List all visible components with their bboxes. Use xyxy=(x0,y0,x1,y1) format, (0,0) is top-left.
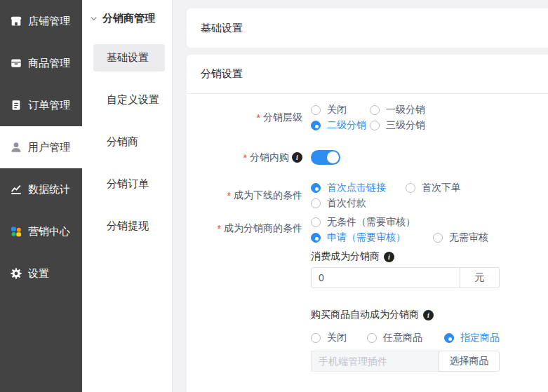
radio-option-first-click-selected[interactable]: 首次点击链接 xyxy=(311,182,406,194)
distributor-condition-content: 无条件（需要审核） 申请（需要审核） 无需审核 xyxy=(311,215,500,372)
radio-icon-selected xyxy=(311,121,321,130)
radio-label: 首次点击链接 xyxy=(327,182,386,194)
order-icon xyxy=(10,99,22,111)
sidebar-item-settings[interactable]: 设置 xyxy=(0,252,82,295)
sidebar-item-users[interactable]: 用户管理 xyxy=(0,126,82,168)
sidebar-item-goods[interactable]: 商品管理 xyxy=(0,42,82,84)
radio-option-unconditional[interactable]: 无条件（需要审核） xyxy=(311,216,415,229)
distribution-submenu: 分销商管理 基础设置 自定义设置 分销商 分销订单 分销提现 xyxy=(82,0,173,392)
submenu-group-distributor-management[interactable]: 分销商管理 xyxy=(82,0,172,36)
radio-option-any-product[interactable]: 任意商品 xyxy=(367,332,444,344)
radio-option-level3[interactable]: 三级分销 xyxy=(370,119,425,132)
required-asterisk: * xyxy=(218,223,221,234)
radio-label: 关闭 xyxy=(327,104,347,116)
stats-icon xyxy=(10,183,22,196)
info-icon[interactable]: i xyxy=(423,310,434,320)
radio-label: 关闭 xyxy=(327,332,347,344)
sidebar-item-label: 设置 xyxy=(28,267,49,281)
section-title: 分销设置 xyxy=(201,67,243,81)
radio-label: 三级分销 xyxy=(386,119,425,132)
radio-option-first-order[interactable]: 首次下单 xyxy=(406,182,461,194)
submenu-item-label: 自定义设置 xyxy=(93,86,165,114)
consume-amount-group: 元 xyxy=(311,267,500,288)
info-icon[interactable]: i xyxy=(384,252,394,262)
currency-unit-label: 元 xyxy=(460,268,499,288)
radio-icon xyxy=(311,333,321,343)
sidebar-item-store[interactable]: 店铺管理 xyxy=(0,0,82,42)
consume-become-distributor-heading: 消费成为分销商 i xyxy=(311,250,500,264)
required-asterisk: * xyxy=(227,190,231,201)
form-row-downline-condition: * 成为下线的条件 首次点击链接 首次下单 xyxy=(187,180,548,211)
sidebar-item-orders[interactable]: 订单管理 xyxy=(0,84,82,126)
radio-label: 首次下单 xyxy=(422,182,461,194)
radio-line: 首次付款 xyxy=(311,196,461,211)
sidebar-item-label: 用户管理 xyxy=(28,141,70,154)
radio-line: 二级分销 三级分销 xyxy=(311,118,425,133)
gear-icon xyxy=(10,267,22,280)
radio-label: 任意商品 xyxy=(383,332,422,344)
radio-option-close[interactable]: 关闭 xyxy=(311,104,370,116)
submenu-item-distributors[interactable]: 分销商 xyxy=(82,121,172,163)
radio-option-no-review[interactable]: 无需审核 xyxy=(433,231,488,244)
radio-icon-selected xyxy=(311,183,321,193)
selected-product-input[interactable] xyxy=(311,351,439,372)
radio-option-apply-selected[interactable]: 申请（需要审核） xyxy=(311,231,433,244)
submenu-item-distribution-orders[interactable]: 分销订单 xyxy=(82,163,172,205)
auto-buy-heading: 购买商品自动成为分销商 i xyxy=(311,308,500,322)
distribution-settings-form: * 分销层级 关闭 一级分销 xyxy=(187,94,548,372)
settings-card: 分销设置 * 分销层级 关闭 一级分销 xyxy=(187,55,548,392)
field-label: * 成为下线的条件 xyxy=(187,189,302,202)
product-select-group: 选择商品 xyxy=(311,351,500,372)
sidebar-item-label: 店铺管理 xyxy=(28,15,70,28)
radio-option-level1[interactable]: 一级分销 xyxy=(370,104,425,116)
radio-icon-selected xyxy=(311,233,321,243)
radio-label: 指定商品 xyxy=(460,332,500,344)
field-label: * 分销层级 xyxy=(187,111,302,124)
select-product-button[interactable]: 选择商品 xyxy=(439,351,500,372)
submenu-item-label: 分销提现 xyxy=(93,212,165,240)
submenu-item-label: 分销订单 xyxy=(93,170,165,198)
internal-purchase-toggle[interactable] xyxy=(311,150,340,165)
required-asterisk: * xyxy=(243,152,247,163)
radio-line: 关闭 任意商品 指定商品 xyxy=(311,330,500,346)
sidebar-item-label: 商品管理 xyxy=(28,57,70,70)
radio-icon xyxy=(311,198,321,208)
radio-label: 无条件（需要审核） xyxy=(327,216,415,229)
field-label-text: 成为下线的条件 xyxy=(234,189,302,202)
consume-amount-input[interactable] xyxy=(312,268,460,288)
sidebar-item-label: 数据统计 xyxy=(28,183,70,196)
radio-icon xyxy=(367,333,377,343)
field-label: * 成为分销商的条件 xyxy=(187,222,302,235)
radio-label: 无需审核 xyxy=(449,231,488,244)
radio-label: 二级分销 xyxy=(327,119,366,132)
info-icon[interactable]: i xyxy=(292,152,302,163)
radio-option-specified-product-selected[interactable]: 指定商品 xyxy=(444,332,500,344)
submenu-item-basic-settings[interactable]: 基础设置 xyxy=(82,36,172,79)
radio-option-autobuy-close[interactable]: 关闭 xyxy=(311,332,367,344)
toggle-wrap xyxy=(311,150,340,165)
radio-icon xyxy=(311,105,321,115)
sidebar-item-marketing[interactable]: 营销中心 xyxy=(0,210,82,252)
radio-group-level: 关闭 一级分销 二级分销 xyxy=(311,102,425,133)
main-sidebar: 店铺管理 商品管理 订单管理 用户管理 数据统计 xyxy=(0,0,82,392)
radio-icon xyxy=(370,105,380,115)
field-label: * 分销内购 i xyxy=(187,151,302,164)
goods-icon xyxy=(10,57,22,69)
page-title: 基础设置 xyxy=(201,22,243,35)
subhead-text: 消费成为分销商 xyxy=(311,250,380,263)
sidebar-item-statistics[interactable]: 数据统计 xyxy=(0,168,82,210)
form-row-distributor-condition: * 成为分销商的条件 无条件（需要审核） 申请（需要审核） xyxy=(187,215,548,372)
radio-icon xyxy=(370,121,380,130)
submenu-item-custom-settings[interactable]: 自定义设置 xyxy=(82,79,172,121)
radio-line: 关闭 一级分销 xyxy=(311,102,425,118)
radio-option-first-payment[interactable]: 首次付款 xyxy=(311,197,366,210)
radio-option-level2-selected[interactable]: 二级分销 xyxy=(311,119,370,132)
sidebar-item-label: 订单管理 xyxy=(28,99,70,112)
submenu-item-distribution-withdrawal[interactable]: 分销提现 xyxy=(82,205,172,247)
section-header: 分销设置 xyxy=(187,55,548,94)
submenu-item-label: 分销商 xyxy=(93,128,165,156)
radio-icon xyxy=(311,217,321,227)
radio-label: 首次付款 xyxy=(327,197,366,210)
toggle-knob xyxy=(327,151,339,163)
marketing-icon xyxy=(10,225,22,238)
